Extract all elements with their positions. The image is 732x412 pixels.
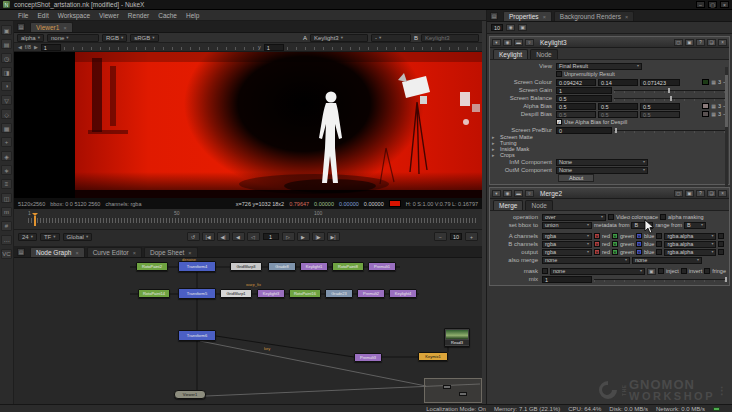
graph-node[interactable]: Grade23 xyxy=(325,289,353,298)
toolsets-icon[interactable]: # xyxy=(1,221,12,231)
graph-node[interactable]: Transform6 xyxy=(178,330,216,341)
close-icon[interactable]: × xyxy=(625,12,628,22)
play-forward-button[interactable]: ▷ xyxy=(282,232,295,241)
inject-checkbox[interactable] xyxy=(658,268,664,274)
playhead[interactable] xyxy=(34,216,36,226)
graph-node[interactable]: RotoPaint14 xyxy=(138,289,170,298)
graph-node[interactable]: Premult1 xyxy=(368,262,396,271)
menu-item[interactable]: Render xyxy=(128,12,149,19)
close-icon[interactable]: × xyxy=(63,23,66,33)
hide-input-icon[interactable]: ▬ xyxy=(514,39,523,46)
postage-stamp-icon[interactable]: ▿ xyxy=(525,39,534,46)
blue-checkbox[interactable]: ✕ xyxy=(636,233,642,239)
gamma-field[interactable]: 1 xyxy=(264,44,284,51)
pin-panel-icon[interactable]: ▣ xyxy=(685,39,694,46)
unpremultiply-checkbox[interactable] xyxy=(556,71,562,77)
alpha-checkbox[interactable] xyxy=(656,233,662,239)
menu-item[interactable]: Cache xyxy=(158,12,177,19)
green-checkbox[interactable]: ✕ xyxy=(612,233,618,239)
properties-tab[interactable]: Background Renders × xyxy=(554,11,634,21)
colour-picker-icon[interactable]: ▦ xyxy=(711,79,716,85)
red-checkbox[interactable]: ✕ xyxy=(594,233,600,239)
screen-preblur-field[interactable]: 0 xyxy=(556,127,612,134)
timeline-ruler[interactable]: 1 50 100 xyxy=(14,209,482,230)
node-name[interactable]: Merge2 xyxy=(540,190,672,197)
alpha-checkbox[interactable] xyxy=(656,249,662,255)
also-merge-dropdown[interactable]: none▾ xyxy=(542,257,630,264)
graph-node[interactable]: Viewer1 xyxy=(174,390,206,399)
goto-end-button[interactable]: ▶| xyxy=(327,232,340,241)
screen-gain-slider[interactable] xyxy=(614,87,726,94)
prev-keyframe-button[interactable]: ◀| xyxy=(217,232,230,241)
graph-node[interactable]: RotoPaint8 xyxy=(332,262,364,271)
close-icon[interactable]: × xyxy=(718,39,727,46)
range-dropdown[interactable]: Global▾ xyxy=(63,233,93,241)
b-input-dropdown[interactable]: Keylight3 xyxy=(421,34,479,42)
gain-next-icon[interactable]: ▶ xyxy=(34,44,38,50)
decrement-button[interactable]: − xyxy=(434,232,447,241)
graph-node[interactable]: Keylight1 xyxy=(300,262,328,271)
vc-label[interactable]: VC xyxy=(1,249,12,259)
undock-icon[interactable]: ❏ xyxy=(707,190,716,197)
channel-count[interactable]: 3 xyxy=(718,103,721,109)
close-button[interactable]: × xyxy=(720,1,729,8)
gain-prev-icon[interactable]: ◀ xyxy=(18,44,22,50)
fps-dropdown[interactable]: 24▾ xyxy=(18,233,37,241)
panel-tab[interactable]: Keylight xyxy=(493,49,528,59)
particles-icon[interactable]: ∗ xyxy=(1,165,12,175)
menu-item[interactable]: Help xyxy=(186,12,199,19)
graph-node[interactable]: GridWarp1 xyxy=(220,289,252,298)
graph-node[interactable]: denoise xyxy=(182,258,212,262)
play-backward-button[interactable]: ◁ xyxy=(247,232,260,241)
clear-panels-icon[interactable]: ▣ xyxy=(518,24,527,31)
a-input-dropdown[interactable]: Keylight3▾ xyxy=(310,34,368,42)
gamma-slider[interactable] xyxy=(287,45,478,50)
transform-icon[interactable]: + xyxy=(1,137,12,147)
use-alpha-bias-checkbox[interactable]: ✓ xyxy=(556,119,562,125)
graph-node[interactable]: RotoPaint16 xyxy=(289,289,321,298)
graph-node[interactable]: Premult3 xyxy=(354,353,382,362)
properties-tab[interactable]: Properties × xyxy=(503,11,552,21)
mask-channel-checkbox[interactable] xyxy=(718,241,724,247)
tab-viewer1[interactable]: Viewer1 × xyxy=(30,22,73,32)
menu-item[interactable]: Viewer xyxy=(99,12,119,19)
current-frame-field[interactable]: 1 xyxy=(263,233,279,240)
screen-preblur-slider[interactable] xyxy=(614,127,726,134)
colour-picker-icon[interactable]: ▦ xyxy=(711,111,716,117)
screen-colour-g-field[interactable]: 0.14 xyxy=(598,79,638,86)
bias-swatch[interactable] xyxy=(702,111,709,117)
step-forward-button[interactable]: ▶ xyxy=(297,232,310,241)
time-icon[interactable]: ◷ xyxy=(1,53,12,63)
screen-colour-r-field[interactable]: 0.094242 xyxy=(556,79,596,86)
despill-bias-b-field[interactable]: 0.5 xyxy=(640,111,680,118)
postage-stamp-icon[interactable]: ▿ xyxy=(525,190,534,197)
graph-node[interactable]: GridWarp3 xyxy=(230,262,262,271)
graph-tab[interactable]: Curve Editor × xyxy=(87,247,142,257)
center-node-icon[interactable]: ◉ xyxy=(503,39,512,46)
close-icon[interactable]: × xyxy=(188,248,191,258)
node-name[interactable]: Keylight3 xyxy=(540,39,672,46)
lock-panels-icon[interactable]: ◉ xyxy=(506,24,515,31)
deep-icon[interactable]: ≡ xyxy=(1,179,12,189)
colour-swatch[interactable] xyxy=(702,79,709,85)
screen-balance-slider[interactable] xyxy=(614,95,726,102)
mask-channel-icon[interactable]: ▣ xyxy=(647,268,656,275)
graph-node[interactable]: warp_fix xyxy=(246,282,276,287)
graph-tab[interactable]: Node Graph × xyxy=(30,247,85,257)
panel-tab[interactable]: Node xyxy=(530,49,558,59)
alpha-channel-dropdown[interactable]: rgba.alpha▾ xyxy=(664,249,716,256)
alpha-checkbox[interactable] xyxy=(656,241,662,247)
despill-bias-r-field[interactable]: 0.5 xyxy=(556,111,596,118)
menu-item[interactable]: File xyxy=(18,12,28,19)
graph-node[interactable]: Read3 xyxy=(444,328,470,347)
menu-item[interactable]: Edit xyxy=(37,12,48,19)
colour-picker-icon[interactable]: ▦ xyxy=(711,103,716,109)
invert-checkbox[interactable] xyxy=(681,268,687,274)
gain-slider[interactable] xyxy=(64,45,255,50)
frame-increment-field[interactable]: 10 xyxy=(450,233,462,240)
center-node-icon[interactable]: ◉ xyxy=(503,190,512,197)
viewer-process-dropdown[interactable]: sRGB▾ xyxy=(130,34,158,42)
loop-button[interactable]: ↺ xyxy=(187,232,200,241)
pane-menu-icon[interactable]: ▤ xyxy=(17,23,25,31)
graph-node[interactable]: Keymix1 xyxy=(418,352,448,361)
